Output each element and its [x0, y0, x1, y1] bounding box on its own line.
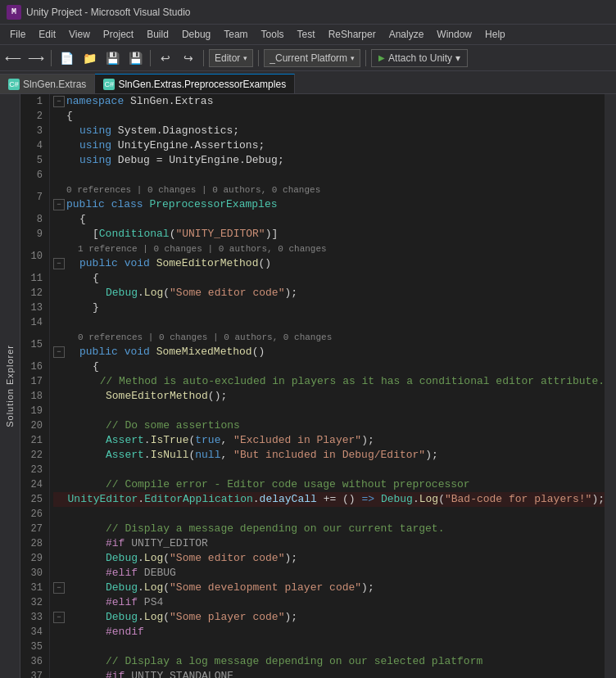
- toolbar-sep-5: [365, 50, 366, 66]
- code-line-24: // Compile error - Editor code usage wit…: [53, 477, 605, 492]
- meta-10: 1 reference | 0 changes | 0 authors, 0 c…: [53, 242, 327, 256]
- play-icon: ▶: [378, 53, 385, 62]
- collapse-15[interactable]: −: [53, 346, 65, 358]
- code-line-32: #elif PS4: [53, 595, 605, 610]
- collapse-33[interactable]: −: [53, 612, 65, 623]
- menu-debug[interactable]: Debug: [175, 26, 217, 43]
- toolbar-sep-2: [150, 50, 151, 66]
- collapse-1[interactable]: −: [53, 96, 65, 107]
- ln-18: 18: [24, 389, 43, 404]
- ln-36: 36: [24, 654, 43, 669]
- solution-explorer-sidebar[interactable]: Solution Explorer: [0, 94, 20, 678]
- tab-label-2: SlnGen.Extras.PreprocessorExamples: [118, 79, 286, 90]
- vs-icon: M: [7, 5, 21, 20]
- code-line-7: 0 references | 0 changes | 0 authors, 0 …: [53, 183, 605, 212]
- toolbar-forward-btn[interactable]: ⟶: [26, 48, 46, 68]
- editor-dropdown[interactable]: Editor ▾: [209, 49, 253, 67]
- toolbar-open-btn[interactable]: 📁: [79, 48, 99, 68]
- code-line-20: // Do some assertions: [53, 418, 605, 433]
- ln-22: 22: [24, 448, 43, 463]
- ln-6: 6: [24, 168, 43, 183]
- code-line-9: [Conditional("UNITY_EDITOR")]: [53, 227, 605, 242]
- tab-preprocessor-examples[interactable]: C# SlnGen.Extras.PreprocessorExamples: [95, 74, 295, 93]
- menu-analyze[interactable]: Analyze: [383, 26, 431, 43]
- toolbar-save-all-btn[interactable]: 💾: [125, 48, 145, 68]
- menu-team[interactable]: Team: [217, 26, 254, 43]
- code-editor[interactable]: − namespace SlnGen.Extras { using System…: [50, 94, 605, 678]
- ln-37: 37: [24, 669, 43, 678]
- platform-dropdown-arrow: ▾: [351, 54, 355, 62]
- menu-build[interactable]: Build: [140, 26, 175, 43]
- code-line-25: UnityEditor.EditorApplication.delayCall …: [53, 492, 605, 507]
- line-numbers: 1 2 3 4 5 6 7 8 9 10 11 12 13 14 15 16 1…: [20, 94, 50, 678]
- menu-bar: File Edit View Project Build Debug Team …: [0, 25, 616, 45]
- ln-3: 3: [24, 124, 43, 138]
- code-line-31: − Debug.Log("Some development player cod…: [53, 581, 605, 595]
- toolbar-back-btn[interactable]: ⟵: [3, 48, 23, 68]
- attach-dropdown-arrow: ▾: [455, 52, 460, 64]
- editor-area: 1 2 3 4 5 6 7 8 9 10 11 12 13 14 15 16 1…: [20, 94, 616, 678]
- code-line-35: [53, 640, 605, 654]
- attach-to-unity-btn[interactable]: ▶ Attach to Unity ▾: [371, 49, 468, 67]
- collapse-10[interactable]: −: [53, 258, 65, 269]
- ln-8: 8: [24, 212, 43, 227]
- menu-file[interactable]: File: [3, 26, 32, 43]
- code-line-13: }: [53, 301, 605, 315]
- ln-29: 29: [24, 551, 43, 566]
- ln-14: 14: [24, 315, 43, 330]
- ln-2: 2: [24, 109, 43, 124]
- ln-1: 1: [24, 94, 43, 109]
- code-line-21: Assert.IsTrue(true, "Excluded in Player"…: [53, 433, 605, 448]
- ln-12: 12: [24, 286, 43, 301]
- toolbar: ⟵ ⟶ 📄 📁 💾 💾 ↩ ↪ Editor ▾ _Current Platfo…: [0, 45, 616, 71]
- menu-help[interactable]: Help: [478, 26, 512, 43]
- ln-16: 16: [24, 359, 43, 374]
- ln-28: 28: [24, 536, 43, 551]
- code-line-17: // Method is auto-excluded in players as…: [53, 374, 605, 389]
- collapse-7[interactable]: −: [53, 199, 65, 210]
- tab-icon-1: C#: [8, 79, 20, 90]
- code-line-23: [53, 463, 605, 477]
- ln-30: 30: [24, 566, 43, 581]
- tab-slngen-extras[interactable]: C# SlnGen.Extras: [0, 74, 95, 93]
- menu-tools[interactable]: Tools: [255, 26, 291, 43]
- code-line-18: SomeEditorMethod();: [53, 389, 605, 404]
- scrollbar-right[interactable]: [605, 94, 616, 678]
- menu-edit[interactable]: Edit: [32, 26, 62, 43]
- ln-21: 21: [24, 433, 43, 448]
- menu-view[interactable]: View: [62, 26, 97, 43]
- ln-33: 33: [24, 610, 43, 625]
- code-line-2: {: [53, 109, 605, 124]
- ln-13: 13: [24, 301, 43, 315]
- ln-7: 7: [24, 183, 43, 212]
- toolbar-save-btn[interactable]: 💾: [102, 48, 122, 68]
- ln-26: 26: [24, 507, 43, 522]
- menu-test[interactable]: Test: [291, 26, 322, 43]
- ln-35: 35: [24, 640, 43, 654]
- code-line-19: [53, 404, 605, 418]
- code-line-12: Debug.Log("Some editor code");: [53, 286, 605, 301]
- code-line-27: // Display a message depending on our cu…: [53, 522, 605, 536]
- ln-19: 19: [24, 404, 43, 418]
- code-line-28: #if UNITY_EDITOR: [53, 536, 605, 551]
- code-line-26: [53, 507, 605, 522]
- toolbar-new-btn[interactable]: 📄: [57, 48, 76, 68]
- code-line-37: #if UNITY_STANDALONE: [53, 669, 605, 678]
- menu-window[interactable]: Window: [430, 26, 478, 43]
- code-line-29: Debug.Log("Some editor code");: [53, 551, 605, 566]
- toolbar-undo-btn[interactable]: ↩: [156, 48, 175, 68]
- toolbar-redo-btn[interactable]: ↪: [179, 48, 198, 68]
- ln-20: 20: [24, 418, 43, 433]
- ln-24: 24: [24, 477, 43, 492]
- code-line-15: 0 references | 0 changes | 0 authors, 0 …: [53, 330, 605, 359]
- ln-27: 27: [24, 522, 43, 536]
- ln-11: 11: [24, 271, 43, 286]
- tab-icon-2: C#: [103, 79, 115, 90]
- menu-project[interactable]: Project: [97, 26, 140, 43]
- code-line-1: − namespace SlnGen.Extras: [53, 94, 605, 109]
- menu-resharper[interactable]: ReSharper: [322, 26, 383, 43]
- code-line-34: #endif: [53, 625, 605, 640]
- title-bar: M Unity Project - Microsoft Visual Studi…: [0, 0, 616, 25]
- platform-dropdown[interactable]: _Current Platform ▾: [264, 49, 360, 67]
- collapse-31[interactable]: −: [53, 582, 65, 594]
